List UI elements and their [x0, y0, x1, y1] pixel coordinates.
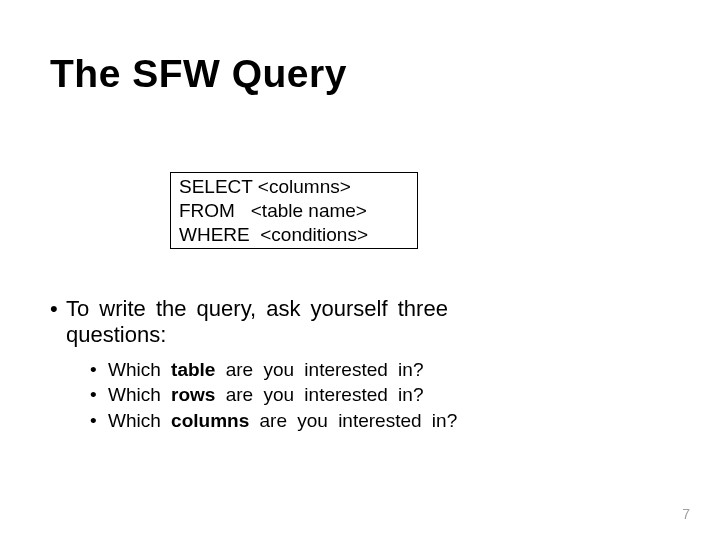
slide: The SFW Query SELECT <columns> FROM <tab… [0, 0, 720, 540]
code-line-from: FROM <table name> [179, 199, 409, 223]
slide-title: The SFW Query [50, 52, 347, 96]
sub-c-bold: columns [171, 410, 249, 431]
page-number: 7 [682, 506, 690, 522]
code-line-where: WHERE <conditions> [179, 223, 409, 247]
sub-a-pre: Which [108, 359, 171, 380]
sub-c-pre: Which [108, 410, 171, 431]
sub-a-post: are you interested in? [215, 359, 423, 380]
sub-bullet-columns: Which columns are you interested in? [50, 408, 670, 434]
sub-a-bold: table [171, 359, 215, 380]
sub-b-pre: Which [108, 384, 171, 405]
code-line-select: SELECT <columns> [179, 175, 409, 199]
sub-bullet-rows: Which rows are you interested in? [50, 382, 670, 408]
sub-c-post: are you interested in? [249, 410, 457, 431]
sub-b-post: are you interested in? [215, 384, 423, 405]
sql-template-box: SELECT <columns> FROM <table name> WHERE… [170, 172, 418, 249]
sub-bullet-table: Which table are you interested in? [50, 357, 670, 383]
body-text: To write the query, ask yourself three q… [50, 296, 670, 434]
bullet-main: To write the query, ask yourself three q… [50, 296, 670, 349]
bullet-main-text-1: To write the query, ask yourself three [66, 296, 448, 321]
bullet-main-text-2: questions: [66, 322, 670, 348]
sub-b-bold: rows [171, 384, 215, 405]
